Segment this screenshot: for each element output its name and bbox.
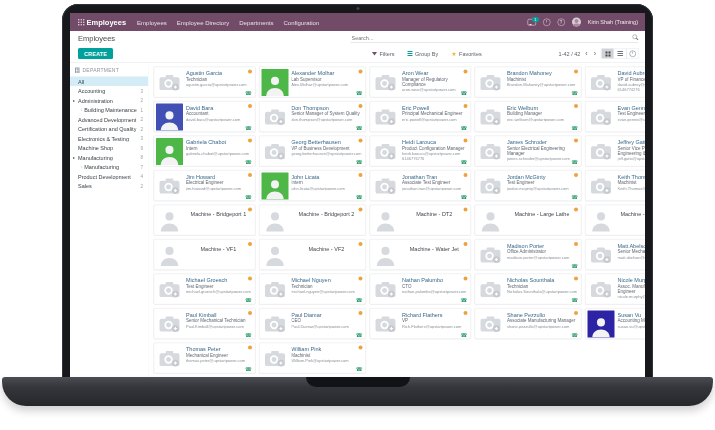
employee-card[interactable]: Jeffrey Gatto Senior Vice President of E… [585, 136, 645, 167]
employee-name[interactable]: Michael Groesch [186, 277, 251, 284]
nav-menu-item[interactable]: Departments [239, 19, 273, 26]
employee-name[interactable]: Machine - Small Lathe [620, 211, 645, 233]
employee-name[interactable]: Georg Betterhausen [291, 139, 361, 146]
employee-name[interactable]: Aron Wear [402, 70, 466, 77]
employee-card[interactable]: Nathan Palumbo CTO nathan.palumbo@upstar… [370, 274, 471, 305]
user-avatar[interactable] [572, 18, 581, 27]
phone-icon[interactable]: ☎ [461, 125, 468, 131]
phone-icon[interactable]: ☎ [356, 91, 363, 97]
employee-name[interactable]: Nathan Palumbo [402, 277, 466, 284]
phone-icon[interactable]: ☎ [356, 125, 363, 131]
employee-card[interactable]: Machine - Large Lathe [474, 205, 581, 236]
employee-name[interactable]: Matt Abelson [618, 243, 645, 250]
search-icon[interactable] [633, 35, 638, 40]
pager-prev-button[interactable]: ‹ [584, 50, 588, 57]
employee-name[interactable]: John Licata [291, 174, 361, 181]
sidebar-item[interactable]: ▸ └ Electronics & Testing 3 [70, 134, 148, 144]
phone-icon[interactable]: ☎ [245, 332, 252, 338]
activity-view-button[interactable] [626, 49, 639, 59]
filters-button[interactable]: Filters [372, 51, 394, 57]
employee-card[interactable]: Paul Diamar CEO Paul.Diamar@upstartpower… [259, 308, 366, 339]
phone-icon[interactable]: ☎ [571, 125, 578, 131]
employee-name[interactable]: James Schroder [507, 139, 577, 146]
employee-name[interactable]: Machine - Large Lathe [514, 211, 569, 233]
phone-icon[interactable]: ☎ [571, 160, 578, 166]
employee-card[interactable]: Madison Porter Office Administrator madi… [474, 239, 581, 270]
employee-card[interactable]: William Pink Machinist William.Pink@upst… [259, 343, 366, 374]
employee-name[interactable]: David Bara [186, 105, 251, 112]
employee-card[interactable]: Machine - DT2 [370, 205, 471, 236]
phone-icon[interactable]: ☎ [356, 194, 363, 200]
employee-card[interactable]: David Aubrey VP of Finance & Accounting … [585, 67, 645, 98]
employee-name[interactable]: Thomas Peter [186, 346, 251, 353]
employee-name[interactable]: Michael Nguyen [291, 277, 361, 284]
employee-name[interactable]: Jonathan Tran [402, 174, 466, 181]
sidebar-item[interactable]: ▸ └ Administration 2 [70, 96, 148, 106]
phone-icon[interactable]: ☎ [356, 298, 363, 304]
employee-card[interactable]: Eric Powell Principal Mechanical Enginee… [370, 101, 471, 132]
sidebar-item[interactable]: ▸ └ Accounting 3 [70, 86, 148, 96]
employee-name[interactable]: Brandon Mahoney [507, 70, 577, 77]
phone-icon[interactable]: ☎ [571, 91, 578, 97]
employee-card[interactable]: Michael Groesch Test Engineer michael.gr… [154, 274, 256, 305]
employee-card[interactable]: Michael Nguyen Technician michael.nguyen… [259, 274, 366, 305]
phone-icon[interactable]: ☎ [571, 263, 578, 269]
employee-card[interactable]: Machine - Water Jet [370, 239, 471, 270]
phone-icon[interactable]: ☎ [571, 332, 578, 338]
employee-card[interactable]: Heidi Larouca Product Configuration Mana… [370, 136, 471, 167]
employee-name[interactable]: Machine - Bridgeport 1 [191, 211, 247, 233]
sidebar-item[interactable]: ▸ └ Product Development 4 [70, 172, 148, 182]
employee-name[interactable]: Machine - Bridgeport 2 [299, 211, 355, 233]
employee-name[interactable]: Heidi Larouca [402, 139, 466, 146]
help-icon[interactable]: ? [557, 18, 565, 26]
employee-card[interactable]: Brandon Mahoney Machinist Brandon.Mahone… [474, 67, 581, 98]
phone-icon[interactable]: ☎ [461, 91, 468, 97]
employee-card[interactable]: Jonathan Tran Associate Test Engineer jo… [370, 170, 471, 201]
phone-icon[interactable]: ☎ [245, 160, 252, 166]
employee-name[interactable]: Machine - Water Jet [410, 246, 459, 268]
kanban-view-button[interactable] [602, 49, 614, 59]
employee-card[interactable]: Shane Pezzullo Associate Manufacturing M… [474, 308, 581, 339]
employee-name[interactable]: Machine - VF2 [309, 246, 345, 268]
employee-name[interactable]: Machine - VF1 [200, 246, 236, 268]
user-name[interactable]: Kirin Shah (Training) [588, 19, 638, 25]
sidebar-item[interactable]: ▸ └ All [70, 77, 148, 87]
employee-card[interactable]: Susan Vu Accounting Manager susan.vu@ups… [585, 308, 645, 339]
employee-card[interactable]: Keith Thomas Machinist Keith.Thomas@upst… [585, 170, 645, 201]
phone-icon[interactable]: ☎ [245, 367, 252, 373]
employee-card[interactable]: Jordan McGinty Test Engineer jordan.mcgi… [474, 170, 581, 201]
sidebar-item[interactable]: ▸ └ Certification and Quality 2 [70, 124, 148, 134]
activities-icon[interactable] [543, 18, 551, 26]
employee-card[interactable]: Machine - Small Lathe [585, 205, 645, 236]
employee-card[interactable]: Agustin Garcia Technician agustin.garcia… [154, 67, 256, 98]
nav-menu-item[interactable]: Employees [137, 19, 167, 26]
phone-icon[interactable]: ☎ [245, 194, 252, 200]
employee-card[interactable]: Paul Kimball Senior Mechanical Technicia… [154, 308, 256, 339]
employee-name[interactable]: Jeffrey Gatto [618, 139, 645, 146]
employee-card[interactable]: Aron Wear Manager of Regulatory Complian… [370, 67, 471, 98]
employee-name[interactable]: Jordan McGinty [507, 174, 577, 181]
phone-icon[interactable]: ☎ [245, 125, 252, 131]
phone-icon[interactable]: ☎ [356, 367, 363, 373]
employee-card[interactable]: John Licata Intern john.licata@upstartpo… [259, 170, 366, 201]
employee-name[interactable]: Richard Flathers [402, 312, 466, 319]
phone-icon[interactable]: ☎ [571, 298, 578, 304]
employee-card[interactable]: Machine - VF2 [259, 239, 366, 270]
employee-name[interactable]: Madison Porter [507, 243, 577, 250]
app-title[interactable]: Employees [87, 18, 127, 27]
employee-card[interactable]: James Schroder Senior Electrical Enginee… [474, 136, 581, 167]
employee-card[interactable]: Alexander Molhar Lab Supervisor Alex.Mol… [259, 67, 366, 98]
sidebar-item[interactable]: ▸ └ Manufacturing 7 [70, 162, 148, 172]
apps-menu-icon[interactable] [78, 19, 80, 21]
employee-name[interactable]: Nicole Murphy [618, 277, 645, 284]
phone-icon[interactable]: ☎ [245, 298, 252, 304]
employee-name[interactable]: Machine - DT2 [416, 211, 452, 233]
phone-icon[interactable]: ☎ [461, 332, 468, 338]
employee-card[interactable]: Gabriela Chabot Intern gabriela.chabot@u… [154, 136, 256, 167]
employee-card[interactable]: Richard Flathers VP Rich.Flathers@upstar… [370, 308, 471, 339]
phone-icon[interactable]: ☎ [571, 194, 578, 200]
list-view-button[interactable] [614, 49, 627, 59]
phone-icon[interactable]: ☎ [356, 160, 363, 166]
favorites-button[interactable]: ★ Favorites [451, 51, 482, 57]
phone-icon[interactable]: ☎ [356, 332, 363, 338]
